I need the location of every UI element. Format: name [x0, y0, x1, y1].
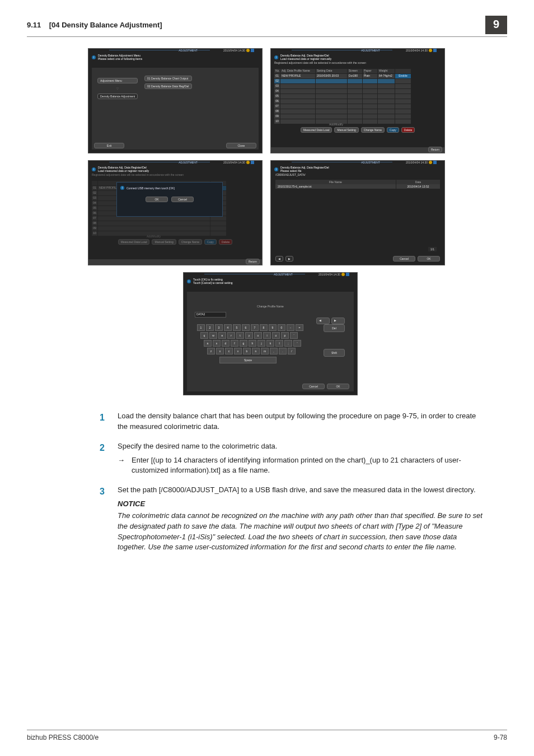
dialog-ok-button[interactable]: OK — [146, 197, 168, 202]
kb-key[interactable]: s — [213, 340, 221, 347]
kb-key[interactable]: l — [275, 340, 283, 347]
kb-shift-button[interactable]: Shift — [324, 349, 345, 357]
kb-key[interactable]: / — [288, 348, 296, 354]
cancel-button[interactable]: Cancel — [393, 256, 415, 262]
kb-key[interactable]: 4 — [224, 324, 232, 331]
kb-del-button[interactable]: Del — [324, 324, 345, 332]
delete-button[interactable]: Delete — [401, 127, 415, 133]
kb-key[interactable]: u — [254, 332, 262, 339]
usb-message: Connect USB memory then touch [OK] — [127, 186, 175, 190]
cancel-button[interactable]: Cancel — [302, 384, 325, 389]
table-row[interactable]: 04 — [274, 89, 441, 94]
kb-key[interactable]: 6 — [242, 324, 250, 331]
kb-key[interactable]: - — [287, 324, 294, 331]
kb-key[interactable]: o — [272, 332, 280, 339]
kb-key[interactable]: p — [281, 332, 289, 339]
kb-key[interactable]: i — [263, 332, 271, 339]
section-title: [04 Density Balance Adjustment] — [49, 21, 162, 29]
next-button[interactable]: ▶ — [285, 256, 293, 262]
kb-key[interactable]: , — [270, 348, 278, 354]
exit-button[interactable]: Exit — [94, 143, 124, 148]
kb-key[interactable]: f — [231, 340, 238, 347]
close-button[interactable]: Close — [226, 143, 256, 148]
usb-connect-dialog: iConnect USB memory then touch [OK] OK C… — [116, 182, 223, 217]
dialog-cancel-button[interactable]: Cancel — [171, 197, 194, 202]
kb-key[interactable]: r — [227, 332, 235, 339]
adjustment-menu-button[interactable]: Adjustment Menu — [97, 78, 138, 83]
table-row[interactable]: 07 — [274, 104, 441, 109]
density-balance-data-regdel-button[interactable]: 02 Density Balance Data Reg/Del — [144, 83, 192, 89]
kb-key[interactable]: y — [245, 332, 253, 339]
keyboard-title: Change Profile Name — [193, 304, 348, 309]
kb-key[interactable]: c — [225, 348, 233, 354]
kb-key[interactable]: = — [296, 324, 303, 331]
prev-button[interactable]: ◀ — [275, 256, 283, 262]
kb-key[interactable]: ` — [290, 332, 298, 339]
kb-space-key[interactable]: Space — [219, 357, 277, 363]
density-balance-adjustment-button[interactable]: Density Balance Adjustment — [97, 94, 138, 99]
kb-key[interactable]: g — [240, 340, 247, 347]
arrow-icon: → — [118, 455, 125, 477]
kb-key[interactable]: b — [243, 348, 251, 354]
notice-heading: NOTICE — [118, 499, 485, 510]
table-row[interactable]: 06 — [274, 99, 441, 104]
table-row[interactable]: 02 — [274, 79, 441, 83]
kb-key[interactable]: ' — [293, 340, 301, 347]
kb-key[interactable]: x — [216, 348, 224, 354]
file-row[interactable]: 20101501175-6_sample.txt2010/04/14 13:52 — [275, 184, 440, 189]
kb-key[interactable]: w — [209, 332, 217, 339]
kb-key[interactable]: q — [200, 332, 208, 339]
kb-key[interactable]: a — [204, 340, 212, 347]
kb-key[interactable]: v — [234, 348, 242, 354]
density-balance-chart-output-button[interactable]: 01 Density Balance Chart Output — [144, 76, 192, 81]
kb-key[interactable]: m — [261, 348, 269, 354]
table-row[interactable]: 03 — [274, 84, 441, 88]
kb-key[interactable]: 2 — [206, 324, 214, 331]
kb-key[interactable]: t — [236, 332, 244, 339]
manual-setting-button[interactable]: Manual Setting — [334, 127, 358, 133]
kb-key[interactable]: 0 — [278, 324, 285, 331]
kb-key[interactable]: 5 — [233, 324, 241, 331]
kb-key[interactable]: k — [266, 340, 274, 347]
step-number: 2 — [100, 441, 107, 477]
section-header: 9.11 [04 Density Balance Adjustment] 9 — [27, 16, 507, 37]
kb-key[interactable]: 1 — [197, 324, 205, 331]
kb-key[interactable]: ; — [284, 340, 292, 347]
table-row[interactable]: 01 NEW PROFILE 2010/03/05 20:03 Dot190 P… — [274, 74, 441, 78]
cursor-right-button[interactable]: ▶ — [331, 318, 345, 324]
kb-key[interactable]: 9 — [269, 324, 277, 331]
cursor-left-button[interactable]: ◀ — [316, 318, 330, 324]
enable-toggle[interactable]: Enable — [395, 74, 411, 78]
info-icon: i — [274, 167, 278, 171]
step-body: Load the density balance chart that has … — [118, 411, 485, 432]
kb-key[interactable]: e — [218, 332, 226, 339]
copy-button[interactable]: Copy — [387, 127, 399, 133]
table-row[interactable]: 05 — [274, 94, 441, 99]
kb-key[interactable]: n — [252, 348, 260, 354]
kb-key[interactable]: j — [257, 340, 265, 347]
table-row[interactable]: 09 — [274, 114, 441, 119]
screenshot-panel-keyboard: ADJUSTMENT 2010/04/04 14:30 iTouch [OK] … — [183, 272, 358, 395]
help-text: Registered adjustment data will be selec… — [274, 61, 441, 64]
profile-table: No. Adj. Data Profile Name Setting Date … — [274, 69, 441, 124]
instructions: 1 Load the density balance chart that ha… — [100, 411, 485, 553]
table-row[interactable]: 10 — [274, 119, 441, 124]
measured-data-load-button[interactable]: Measured Data Load — [301, 127, 332, 133]
kb-key[interactable]: h — [249, 340, 256, 347]
kb-key[interactable]: 3 — [215, 324, 223, 331]
ok-button[interactable]: OK — [418, 256, 440, 262]
profile-name-input[interactable]: DATA2 — [195, 312, 226, 318]
return-button[interactable]: Return — [428, 147, 442, 152]
kb-key[interactable]: 8 — [260, 324, 268, 331]
footer-model: bizhub PRESS C8000/e — [27, 734, 99, 741]
ok-button[interactable]: OK — [327, 384, 349, 389]
change-name-button[interactable]: Change Name — [361, 127, 385, 133]
kb-key[interactable]: d — [222, 340, 229, 347]
kb-key[interactable]: 7 — [251, 324, 259, 331]
table-row[interactable]: 08 — [274, 109, 441, 114]
screenshot-panel-usb-dialog: ADJUSTMENT 2010/04/04 14:30 iDensity Bal… — [88, 160, 263, 265]
kb-key[interactable]: . — [279, 348, 287, 354]
return-button[interactable]: Return — [246, 259, 260, 264]
section-number: 9.11 — [27, 21, 41, 29]
kb-key[interactable]: z — [207, 348, 215, 354]
